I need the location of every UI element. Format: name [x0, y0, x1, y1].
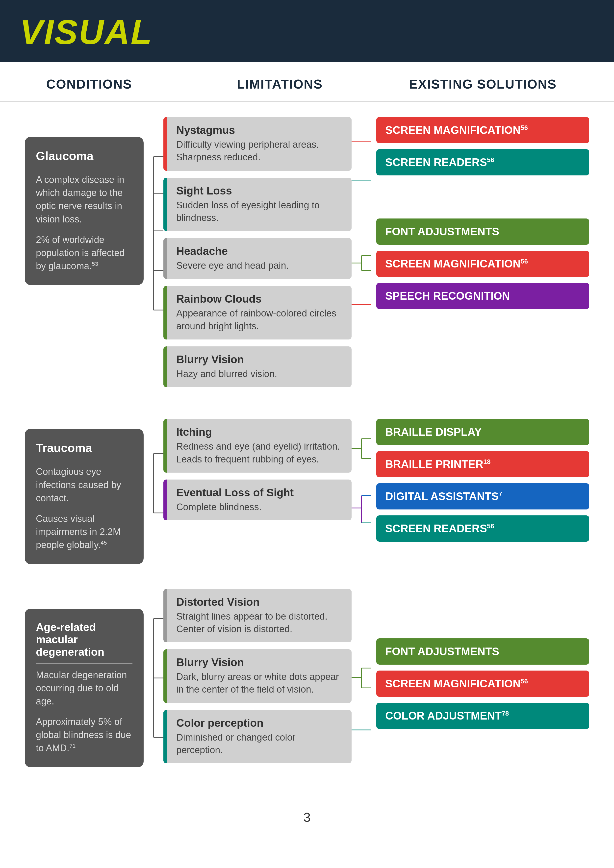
limitation-distorted-vision: Distorted Vision Straight lines appear t…	[163, 589, 351, 643]
limitation-title: Rainbow Clouds	[176, 293, 343, 305]
condition-amd: Age-related macular degeneration Macular…	[25, 609, 144, 770]
col-header-solutions: EXISTING SOLUTIONS	[376, 77, 589, 91]
limitation-blurry-vision-amd: Blurry Vision Dark, blurry areas or whit…	[163, 649, 351, 703]
condition-stat: Approximately 5% of global blindness is …	[36, 715, 132, 755]
header: VISUAL	[0, 0, 614, 62]
limitation-sight-loss: Sight Loss Sudden loss of eyesight leadi…	[163, 178, 351, 231]
limitation-title: Eventual Loss of Sight	[176, 487, 343, 499]
limitation-desc: Difficulty viewing peripheral areas. Sha…	[176, 138, 343, 164]
limitations-glaucoma: Nystagmus Difficulty viewing peripheral …	[163, 117, 351, 394]
limitation-desc: Appearance of rainbow-colored circles ar…	[176, 307, 343, 333]
limitations-traucoma: Itching Redness and eye (and eyelid) irr…	[163, 419, 351, 564]
condition-stat: Causes visual impairments in 2.2M people…	[36, 512, 132, 552]
solution-color-adjustment: COLOR ADJUSTMENT78	[376, 703, 589, 729]
solution-braille-display: BRAILLE DISPLAY	[376, 419, 589, 445]
condition-desc: Contagious eye infections caused by cont…	[36, 465, 132, 505]
solution-screen-readers-1: SCREEN READERS56	[376, 149, 589, 175]
limitation-title: Nystagmus	[176, 124, 343, 136]
limitation-nystagmus: Nystagmus Difficulty viewing peripheral …	[163, 117, 351, 171]
connect-amd-solutions	[351, 589, 372, 770]
condition-glaucoma: Glaucoma A complex disease in which dama…	[25, 137, 144, 394]
page-title: VISUAL	[20, 15, 594, 50]
col-header-conditions: CONDITIONS	[25, 77, 154, 91]
condition-stat: 2% of worldwide population is affected b…	[36, 233, 132, 273]
section-amd: Age-related macular degeneration Macular…	[25, 589, 589, 770]
solution-digital-assistants: DIGITAL ASSISTANTS7	[376, 483, 589, 510]
solution-speech-recognition: SPEECH RECOGNITION	[376, 283, 589, 309]
column-headers: CONDITIONS LIMITATIONS EXISTING SOLUTION…	[0, 62, 614, 102]
solution-braille-printer: BRAILLE PRINTER18	[376, 451, 589, 477]
condition-traucoma: Traucoma Contagious eye infections cause…	[25, 429, 144, 564]
limitation-color-perception: Color perception Diminished or changed c…	[163, 710, 351, 764]
main-content: Glaucoma A complex disease in which dama…	[0, 117, 614, 770]
section-glaucoma: Glaucoma A complex disease in which dama…	[25, 117, 589, 394]
limitation-rainbow-clouds: Rainbow Clouds Appearance of rainbow-col…	[163, 286, 351, 339]
limitation-title: Color perception	[176, 717, 343, 729]
bracket-glaucoma	[144, 117, 163, 394]
connect-glaucoma-solutions	[351, 117, 372, 394]
limitation-eventual-loss: Eventual Loss of Sight Complete blindnes…	[163, 479, 351, 520]
limitation-title: Itching	[176, 426, 343, 438]
limitation-desc: Straight lines appear to be distorted. C…	[176, 610, 343, 636]
solutions-traucoma: BRAILLE DISPLAY BRAILLE PRINTER18 DIGITA…	[372, 419, 589, 564]
solution-screen-magnification-3: SCREEN MAGNIFICATION56	[376, 671, 589, 697]
condition-desc: Macular degeneration occurring due to ol…	[36, 668, 132, 708]
solutions-amd: FONT ADJUSTMENTS SCREEN MAGNIFICATION56 …	[372, 589, 589, 770]
limitation-title: Blurry Vision	[176, 656, 343, 668]
limitation-title: Blurry Vision	[176, 353, 343, 366]
limitation-title: Headache	[176, 245, 343, 257]
limitation-headache: Headache Severe eye and head pain.	[163, 238, 351, 279]
limitation-desc: Hazy and blurred vision.	[176, 368, 343, 380]
condition-desc: A complex disease in which damage to the…	[36, 173, 132, 226]
limitation-desc: Complete blindness.	[176, 501, 343, 513]
limitation-desc: Dark, blurry areas or white dots appear …	[176, 671, 343, 696]
page-number: 3	[0, 795, 614, 835]
condition-name: Glaucoma	[36, 149, 132, 168]
bracket-traucoma	[144, 419, 163, 564]
col-header-limitations: LIMITATIONS	[183, 77, 376, 91]
solution-screen-readers-2: SCREEN READERS56	[376, 515, 589, 542]
limitation-desc: Severe eye and head pain.	[176, 259, 343, 272]
limitation-title: Distorted Vision	[176, 596, 343, 608]
limitation-desc: Diminished or changed color perception.	[176, 731, 343, 756]
limitation-desc: Redness and eye (and eyelid) irritation.…	[176, 440, 343, 466]
section-traucoma: Traucoma Contagious eye infections cause…	[25, 419, 589, 564]
limitations-amd: Distorted Vision Straight lines appear t…	[163, 589, 351, 770]
condition-name: Age-related macular degeneration	[36, 621, 132, 663]
bracket-amd	[144, 589, 163, 770]
connect-traucoma-solutions	[351, 419, 372, 564]
limitation-blurry-vision-1: Blurry Vision Hazy and blurred vision.	[163, 346, 351, 387]
solutions-glaucoma: SCREEN MAGNIFICATION56 SCREEN READERS56 …	[372, 117, 589, 394]
solution-font-adjustments-1: FONT ADJUSTMENTS	[376, 219, 589, 245]
limitation-itching: Itching Redness and eye (and eyelid) irr…	[163, 419, 351, 473]
limitation-title: Sight Loss	[176, 184, 343, 197]
solution-font-adjustments-2: FONT ADJUSTMENTS	[376, 639, 589, 665]
condition-name: Traucoma	[36, 441, 132, 460]
solution-screen-magnification-1: SCREEN MAGNIFICATION56	[376, 117, 589, 143]
solution-screen-magnification-2: SCREEN MAGNIFICATION56	[376, 251, 589, 277]
limitation-desc: Sudden loss of eyesight leading to blind…	[176, 199, 343, 225]
